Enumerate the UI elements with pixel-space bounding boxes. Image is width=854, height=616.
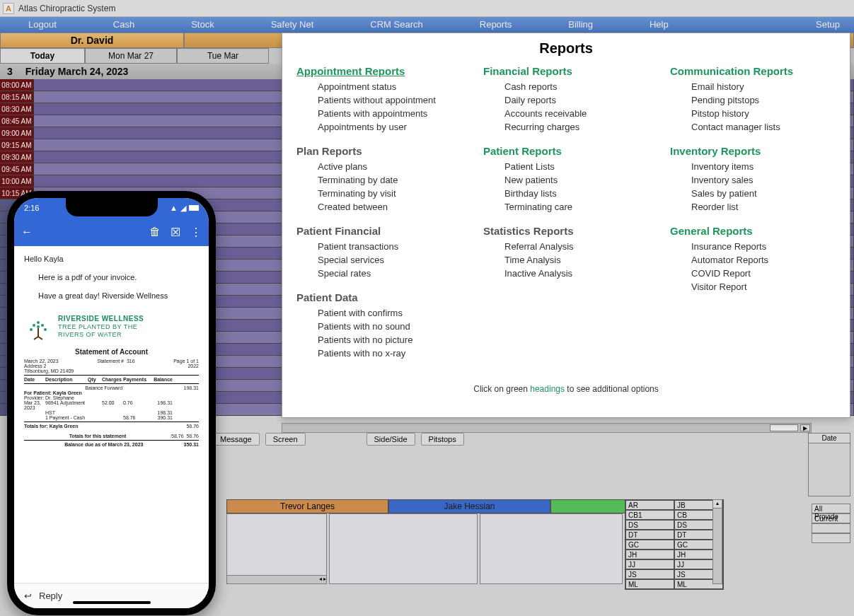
report-item[interactable]: COVID Report <box>691 268 836 279</box>
report-item[interactable]: Visitor Report <box>691 281 836 292</box>
menu-billing[interactable]: Billing <box>540 17 621 33</box>
report-item[interactable]: Referral Analysis <box>504 241 649 252</box>
report-item[interactable]: Patient Lists <box>504 161 649 172</box>
report-item[interactable]: Appointment status <box>318 81 462 92</box>
reply-icon[interactable]: ↩ <box>24 591 32 601</box>
menu-crm-search[interactable]: CRM Search <box>342 17 451 33</box>
report-item[interactable]: Appointments by user <box>318 122 462 132</box>
statement-title: Statement of Account <box>24 348 199 356</box>
provider-name[interactable]: Dr. David <box>0 33 184 48</box>
codes-scrollbar[interactable]: ▴ <box>712 499 722 584</box>
report-item[interactable]: Inventory items <box>691 161 836 172</box>
codes-row[interactable]: JSJS <box>625 569 723 579</box>
report-item[interactable]: Created between <box>318 202 462 212</box>
filter-all-providers[interactable]: All Provide <box>812 504 850 513</box>
report-item[interactable]: Pitstop history <box>691 108 836 119</box>
report-section-heading[interactable]: Inventory Reports <box>670 145 836 157</box>
report-item[interactable]: Special services <box>318 255 462 265</box>
menu-reports[interactable]: Reports <box>451 17 541 33</box>
archive-icon[interactable]: ☒ <box>171 226 180 239</box>
report-item[interactable]: Recurring charges <box>504 122 649 132</box>
tab-mon[interactable]: Mon Mar 27 <box>85 48 177 64</box>
report-item[interactable]: Inventory sales <box>691 175 836 185</box>
tab-today[interactable]: Today <box>0 48 85 64</box>
codes-row[interactable]: DTDT <box>625 530 723 540</box>
horizontal-scrollbar[interactable]: ▶ <box>282 423 812 433</box>
codes-row[interactable]: JJJJ <box>625 559 723 569</box>
report-item[interactable]: Patient transactions <box>318 241 462 252</box>
report-item[interactable]: Accounts receivable <box>504 108 649 119</box>
back-icon[interactable]: ← <box>21 226 33 238</box>
filter-current[interactable]: Current <box>812 513 850 523</box>
message-button[interactable]: Message <box>212 433 260 446</box>
codes-row[interactable]: GCGC <box>625 540 723 550</box>
r1-chg: 52.00 <box>102 400 123 410</box>
codes-row[interactable]: ARJB <box>625 500 723 510</box>
reply-bar[interactable]: ↩ Reply <box>14 583 209 608</box>
menu-setup[interactable]: Setup <box>787 17 854 33</box>
name-cell-1[interactable]: Trevor Langes <box>226 499 388 513</box>
menu-logout[interactable]: Logout <box>0 17 85 33</box>
report-item[interactable]: Pending pitstops <box>691 95 836 105</box>
menu-help[interactable]: Help <box>621 17 697 33</box>
code-cell[interactable]: GC <box>625 540 674 550</box>
report-item[interactable]: Patient with confirms <box>318 308 462 318</box>
report-item[interactable]: Terminating by visit <box>318 188 462 199</box>
codes-row[interactable]: MLML <box>625 579 723 589</box>
report-section-heading[interactable]: Appointment Reports <box>296 65 462 77</box>
report-item[interactable]: Automator Reports <box>691 255 836 265</box>
report-item[interactable]: Terminating by date <box>318 175 462 185</box>
report-item[interactable]: Birthday lists <box>504 188 649 199</box>
codes-row[interactable]: JHJH <box>625 550 723 559</box>
date-number: 3 <box>7 66 13 77</box>
report-section-heading[interactable]: General Reports <box>670 225 836 237</box>
menu-cash[interactable]: Cash <box>85 17 163 33</box>
code-cell[interactable]: ML <box>625 579 674 589</box>
report-item[interactable]: Patients with appointments <box>318 108 462 119</box>
report-item[interactable]: Email history <box>691 81 836 92</box>
report-item[interactable]: Inactive Analysis <box>504 268 649 279</box>
code-cell[interactable]: JH <box>625 550 674 559</box>
pitstops-button[interactable]: Pitstops <box>421 433 464 446</box>
scrollbar-thumb[interactable] <box>770 424 798 431</box>
trash-icon[interactable]: 🗑 <box>149 226 161 238</box>
provider-codes-grid[interactable]: ARJBCB1CBDSDSDTDTGCGCJHJHJJJJJSJSMLML <box>625 499 724 590</box>
menu-safety-net[interactable]: Safety Net <box>243 17 342 33</box>
report-item[interactable]: Patients with no sound <box>318 321 462 332</box>
name-cell-2[interactable]: Jake Hessian <box>388 499 550 513</box>
report-item[interactable]: Cash reports <box>504 81 649 92</box>
code-cell[interactable]: AR <box>625 500 674 510</box>
codes-row[interactable]: DSDS <box>625 520 723 530</box>
report-item[interactable]: Daily reports <box>504 95 649 105</box>
report-item[interactable]: Patients with no picture <box>318 335 462 345</box>
codes-row[interactable]: CB1CB <box>625 510 723 520</box>
report-item[interactable]: Reorder list <box>691 202 836 212</box>
report-item[interactable]: Terminating care <box>504 202 649 212</box>
report-section-heading[interactable]: Patient Reports <box>483 145 649 157</box>
code-cell[interactable]: CB1 <box>625 510 674 520</box>
pane1-scroll[interactable]: ◂ ▸ <box>227 575 326 583</box>
report-item[interactable]: Active plans <box>318 161 462 172</box>
code-cell[interactable]: DS <box>625 520 674 530</box>
screen-button[interactable]: Screen <box>265 433 306 446</box>
tab-tue[interactable]: Tue Mar <box>177 48 269 64</box>
scroll-up-icon[interactable]: ▴ <box>713 500 722 509</box>
report-section-heading[interactable]: Financial Reports <box>483 65 649 77</box>
report-item[interactable]: Sales by patient <box>691 188 836 199</box>
report-item[interactable]: Insurance Reports <box>691 241 836 252</box>
report-item[interactable]: Patients without appointment <box>318 95 462 105</box>
report-item[interactable]: Contact manager lists <box>691 122 836 132</box>
report-item[interactable]: New patients <box>504 175 649 185</box>
code-cell[interactable]: JS <box>625 569 674 579</box>
report-section-heading[interactable]: Communication Reports <box>670 65 836 77</box>
home-indicator[interactable] <box>73 601 151 604</box>
report-item[interactable]: Patients with no x-ray <box>318 348 462 359</box>
report-item[interactable]: Special rates <box>318 268 462 279</box>
code-cell[interactable]: JJ <box>625 559 674 569</box>
menu-stock[interactable]: Stock <box>163 17 243 33</box>
scroll-right-icon[interactable]: ▶ <box>800 424 810 431</box>
side-side-button[interactable]: Side/Side <box>367 433 415 446</box>
more-icon[interactable]: ⋮ <box>190 226 202 239</box>
report-item[interactable]: Time Analysis <box>504 255 649 265</box>
code-cell[interactable]: DT <box>625 530 674 540</box>
